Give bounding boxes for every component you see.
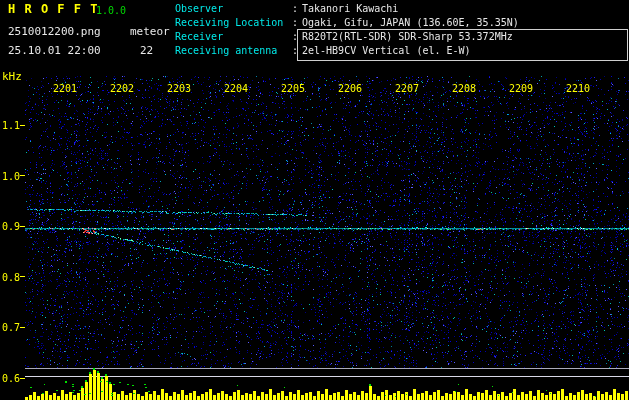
freq-tick-0p9: 0.9 bbox=[0, 220, 20, 233]
info-value-location: Ogaki, Gifu, JAPAN (136.60E, 35.35N) bbox=[302, 17, 519, 29]
info-value-antenna: 2el-HB9CV Vertical (el. E-W) bbox=[302, 45, 471, 57]
info-value-observer: Takanori Kawachi bbox=[302, 3, 398, 15]
freq-axis-unit: kHz bbox=[2, 70, 22, 83]
time-tick-2207: 2207 bbox=[393, 82, 421, 95]
time-tick-2210: 2210 bbox=[564, 82, 592, 95]
info-label-location: Receiving Location bbox=[175, 17, 283, 29]
info-separator: : bbox=[292, 17, 298, 29]
datetime-label: 25.10.01 22:00 bbox=[8, 44, 101, 57]
time-tick-2202: 2202 bbox=[108, 82, 136, 95]
info-label-receiver: Receiver bbox=[175, 31, 223, 43]
time-tick-2209: 2209 bbox=[507, 82, 535, 95]
freq-tick-0p7: 0.7 bbox=[0, 321, 20, 334]
hrofft-window: H R O F F T 1.0.0 2510012200.png meteor … bbox=[0, 0, 629, 400]
freq-tick-1p0: 1.0 bbox=[0, 170, 20, 183]
info-separator: : bbox=[292, 3, 298, 15]
time-tick-2208: 2208 bbox=[450, 82, 478, 95]
time-tick-2204: 2204 bbox=[222, 82, 250, 95]
time-tick-2203: 2203 bbox=[165, 82, 193, 95]
app-version: 1.0.0 bbox=[96, 4, 126, 17]
mode-label: meteor bbox=[130, 25, 170, 38]
time-tick-2201: 2201 bbox=[51, 82, 79, 95]
info-value-receiver: R820T2(RTL-SDR) SDR-Sharp 53.372MHz bbox=[302, 31, 513, 43]
meteor-count: 22 bbox=[140, 44, 153, 57]
info-label-observer: Observer bbox=[175, 3, 223, 15]
freq-tick-0p8: 0.8 bbox=[0, 271, 20, 284]
info-separator: : bbox=[292, 31, 298, 43]
app-title: H R O F F T bbox=[8, 3, 98, 16]
freq-tick-0p6: 0.6 bbox=[0, 372, 20, 385]
output-filename: 2510012200.png bbox=[8, 25, 101, 38]
info-separator: : bbox=[292, 45, 298, 57]
freq-tick-1p1: 1.1 bbox=[0, 119, 20, 132]
time-tick-2206: 2206 bbox=[336, 82, 364, 95]
info-label-antenna: Receiving antenna bbox=[175, 45, 277, 57]
time-tick-2205: 2205 bbox=[279, 82, 307, 95]
